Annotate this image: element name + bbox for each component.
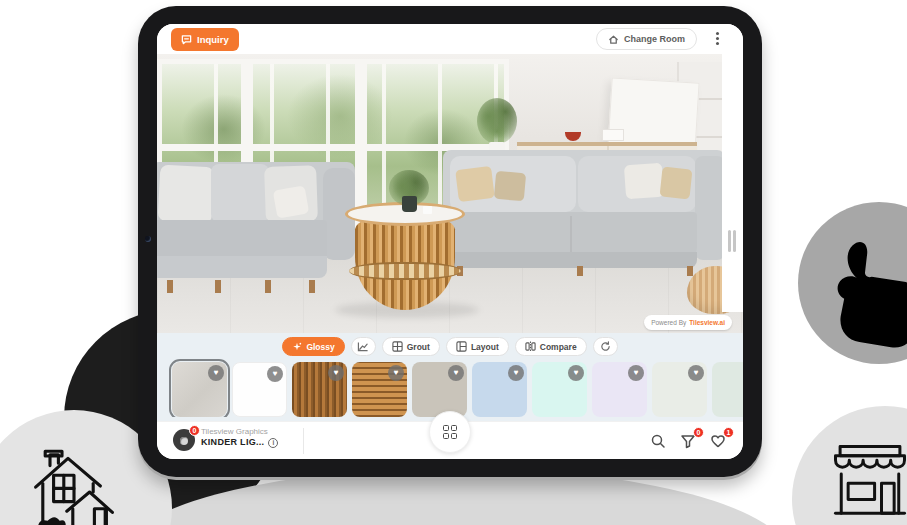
home-icon xyxy=(608,34,619,45)
change-room-label: Change Room xyxy=(624,34,685,44)
table-cup xyxy=(423,206,432,214)
search-button[interactable] xyxy=(650,432,667,449)
filter-button[interactable]: 0 xyxy=(680,432,697,449)
throw-pillow xyxy=(624,163,664,200)
area-chart-icon xyxy=(357,341,369,352)
refresh-icon xyxy=(600,341,611,352)
layout-icon xyxy=(456,341,467,352)
drag-handle-icon[interactable] xyxy=(728,230,731,252)
tile-swatch-powder-blue[interactable]: ♥ xyxy=(472,362,527,417)
throw-pillow xyxy=(455,166,495,202)
product-name: KINDER LIG... xyxy=(201,437,264,448)
hero-illustration: Inquiry Change Room xyxy=(0,0,907,525)
sofa-left-legs xyxy=(167,280,173,293)
sofa-right-armrest xyxy=(695,156,725,260)
tile-swatch-pale-lavender[interactable]: ♥ xyxy=(592,362,647,417)
favorite-heart-icon[interactable]: ♥ xyxy=(568,365,584,381)
grout-label: Grout xyxy=(407,342,430,352)
glossy-finish-button[interactable]: Glossy xyxy=(282,337,344,356)
catalog-grid-button[interactable] xyxy=(429,411,471,453)
sofa-left-base xyxy=(157,256,327,278)
compare-button[interactable]: Compare xyxy=(515,337,587,356)
app-screen: Inquiry Change Room xyxy=(157,24,743,459)
shop-icon xyxy=(824,438,907,524)
drag-handle-icon[interactable] xyxy=(733,230,736,252)
decor-thumb-circle xyxy=(798,202,907,364)
tile-swatch-pale-green[interactable]: ♥ xyxy=(712,362,743,417)
wishlist-button[interactable]: 1 xyxy=(710,432,727,449)
sofa-left-seat xyxy=(157,220,327,260)
throw-pillow xyxy=(494,171,526,202)
divider xyxy=(303,428,304,454)
info-icon[interactable]: i xyxy=(268,438,278,448)
brand-logo[interactable]: 0 xyxy=(173,429,195,451)
grout-grid-icon xyxy=(392,341,403,352)
favorite-heart-icon[interactable]: ♥ xyxy=(267,366,283,382)
side-panel-strip xyxy=(722,54,743,312)
favorite-heart-icon[interactable]: ♥ xyxy=(688,365,704,381)
powered-by-text: Powered By xyxy=(651,319,686,326)
throw-pillow xyxy=(660,167,693,200)
brand-block: Tilesview Graphics KINDER LIG... i xyxy=(201,427,278,448)
tools-toolbar: Glossy Grout xyxy=(157,333,743,356)
tile-swatch-walnut-vertical[interactable]: ♥ xyxy=(292,362,347,417)
inquiry-button[interactable]: Inquiry xyxy=(171,28,239,51)
change-room-button[interactable]: Change Room xyxy=(596,28,697,50)
grid-icon xyxy=(443,425,457,439)
favorite-heart-icon[interactable]: ♥ xyxy=(328,365,344,381)
plant-foliage xyxy=(477,98,517,144)
sofa-left-cushion xyxy=(211,164,269,222)
favorite-heart-icon[interactable]: ♥ xyxy=(208,365,224,381)
thumbs-up-icon xyxy=(814,230,907,363)
inquiry-chat-icon xyxy=(181,34,192,45)
tablet-camera-dot xyxy=(145,236,151,242)
tablet-frame: Inquiry Change Room xyxy=(138,6,762,477)
tile-swatch-grey-marble[interactable]: ♥ xyxy=(172,362,227,417)
throw-pillow xyxy=(273,185,309,218)
sparkle-icon xyxy=(292,342,302,352)
filter-badge: 0 xyxy=(693,427,704,438)
favorite-heart-icon[interactable]: ♥ xyxy=(388,365,404,381)
tile-swatch-white[interactable]: ♥ xyxy=(232,362,287,417)
sofa-right-seat xyxy=(443,212,697,256)
bottom-bar: 0 Tilesview Graphics KINDER LIG... i xyxy=(157,421,743,459)
search-icon xyxy=(650,433,666,449)
brand-name: Tilesview Graphics xyxy=(201,427,278,437)
inquiry-label: Inquiry xyxy=(197,34,229,45)
bottom-bar-actions: 0 1 xyxy=(650,432,727,449)
glossy-label: Glossy xyxy=(306,342,334,352)
sofa-left-cushion xyxy=(158,165,215,224)
powered-by-badge: Powered By Tilesview.ai xyxy=(644,315,732,330)
tile-panel: Glossy Grout xyxy=(157,333,743,421)
wishlist-badge: 1 xyxy=(723,427,734,438)
powered-by-brand: Tilesview.ai xyxy=(689,319,725,326)
decor-shop-circle xyxy=(792,406,907,525)
tile-swatch-beige-stone[interactable]: ♥ xyxy=(412,362,467,417)
layout-button[interactable]: Layout xyxy=(446,337,509,356)
logo-badge: 0 xyxy=(189,425,200,436)
decor-box xyxy=(602,129,624,141)
room-photo: Powered By Tilesview.ai xyxy=(157,54,743,333)
reset-button[interactable] xyxy=(593,337,618,356)
more-options-button[interactable] xyxy=(711,32,723,48)
tile-swatch-pale-sage[interactable]: ♥ xyxy=(652,362,707,417)
grout-button[interactable]: Grout xyxy=(382,337,440,356)
favorite-heart-icon[interactable]: ♥ xyxy=(448,365,464,381)
house-icon xyxy=(26,446,122,525)
table-vase xyxy=(402,196,417,212)
area-chart-button[interactable] xyxy=(351,337,376,356)
app-header: Inquiry Change Room xyxy=(157,24,743,54)
favorite-heart-icon[interactable]: ♥ xyxy=(628,365,644,381)
tile-swatch-row: ♥ ♥ ♥ ♥ ♥ ♥ ♥ ♥ ♥ ♥ xyxy=(157,356,743,417)
sofa-right-base xyxy=(443,252,697,268)
compare-icon xyxy=(525,341,536,352)
tile-swatch-oak-horizontal[interactable]: ♥ xyxy=(352,362,407,417)
wicker-table-band xyxy=(349,262,461,280)
favorite-heart-icon[interactable]: ♥ xyxy=(508,365,524,381)
tile-swatch-mint-aqua[interactable]: ♥ xyxy=(532,362,587,417)
compare-label: Compare xyxy=(540,342,577,352)
layout-label: Layout xyxy=(471,342,499,352)
